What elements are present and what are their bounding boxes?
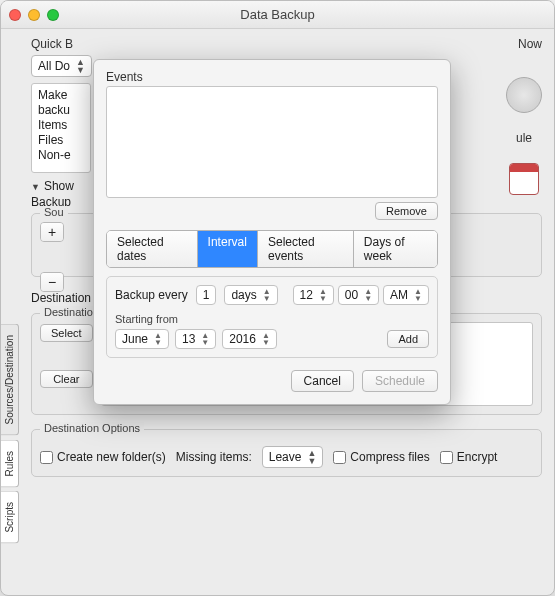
- hour-stepper[interactable]: 12▲▼: [293, 285, 334, 305]
- day-stepper[interactable]: 13▲▼: [175, 329, 216, 349]
- events-label: Events: [106, 70, 438, 84]
- tab-scripts[interactable]: Scripts: [1, 491, 19, 544]
- schedule-tabs: Selected dates Interval Selected events …: [106, 230, 438, 268]
- chevron-updown-icon: ▲▼: [307, 449, 316, 465]
- source-remove[interactable]: −: [40, 272, 64, 292]
- starting-from-label: Starting from: [115, 313, 429, 325]
- unit-select[interactable]: days▲▼: [224, 285, 277, 305]
- titlebar: Data Backup: [1, 1, 554, 29]
- window-title: Data Backup: [1, 7, 554, 22]
- chevron-updown-icon: ▲▼: [263, 288, 271, 302]
- source-add-remove[interactable]: +: [40, 222, 64, 242]
- tab-days-of-week[interactable]: Days of week: [353, 231, 437, 267]
- tab-interval[interactable]: Interval: [197, 231, 257, 267]
- disk-icon: [506, 77, 542, 113]
- dest-opts-label: Destination Options: [40, 422, 144, 434]
- create-folder-checkbox[interactable]: Create new folder(s): [40, 450, 166, 464]
- clear-dest-button[interactable]: Clear: [40, 370, 93, 388]
- source-group-label: Sou: [40, 206, 68, 218]
- every-value-stepper[interactable]: 1: [196, 285, 217, 305]
- folder-select-value: All Do: [38, 59, 70, 73]
- remove-source-button[interactable]: −: [41, 273, 63, 291]
- year-stepper[interactable]: 2016▲▼: [222, 329, 277, 349]
- missing-label: Missing items:: [176, 450, 252, 464]
- compress-checkbox[interactable]: Compress files: [333, 450, 429, 464]
- events-listbox[interactable]: [106, 86, 438, 198]
- tab-selected-events[interactable]: Selected events: [257, 231, 353, 267]
- quick-label: Quick B: [31, 37, 73, 51]
- cancel-button[interactable]: Cancel: [291, 370, 354, 392]
- calendar-icon: [509, 163, 539, 195]
- encrypt-checkbox[interactable]: Encrypt: [440, 450, 498, 464]
- tab-selected-dates[interactable]: Selected dates: [107, 231, 197, 267]
- tab-rules[interactable]: Rules: [1, 440, 19, 488]
- remove-event-button[interactable]: Remove: [375, 202, 438, 220]
- missing-value: Leave: [269, 450, 302, 464]
- schedule-sheet: Events Remove Selected dates Interval Se…: [93, 59, 451, 405]
- chevron-updown-icon: ▲▼: [76, 58, 85, 74]
- minute-stepper[interactable]: 00▲▼: [338, 285, 379, 305]
- backup-list[interactable]: Make backu Items Files Non-e: [31, 83, 91, 173]
- folder-select[interactable]: All Do ▲▼: [31, 55, 92, 77]
- select-dest-button[interactable]: Select: [40, 324, 93, 342]
- ule-label: ule: [516, 131, 532, 145]
- add-source-button[interactable]: +: [41, 223, 63, 241]
- month-select[interactable]: June▲▼: [115, 329, 169, 349]
- now-label: Now: [518, 37, 542, 51]
- missing-select[interactable]: Leave ▲▼: [262, 446, 324, 468]
- ampm-stepper[interactable]: AM▲▼: [383, 285, 429, 305]
- backup-every-label: Backup every: [115, 288, 188, 302]
- tab-sources-destination[interactable]: Sources/Destination: [1, 324, 19, 436]
- add-interval-button[interactable]: Add: [387, 330, 429, 348]
- schedule-button[interactable]: Schedule: [362, 370, 438, 392]
